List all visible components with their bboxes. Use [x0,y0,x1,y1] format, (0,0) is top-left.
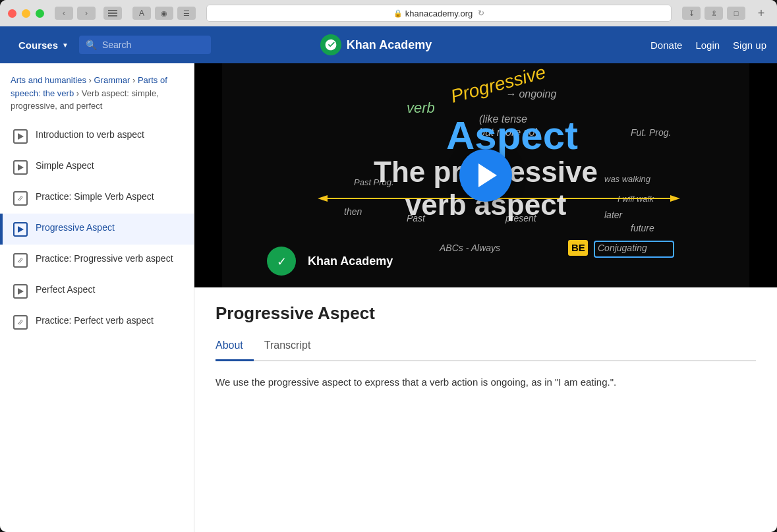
svg-text:Aspect: Aspect [446,113,578,158]
svg-marker-5 [18,226,24,233]
breadcrumb-separator: › [76,88,82,98]
fullscreen-button[interactable]: □ [727,7,745,20]
logo-text: Khan Academy [347,38,432,52]
donate-button[interactable]: Donate [650,40,682,51]
titlebar: ‹ › A ◉ ☰ 🔒 khanacademy.org ↻ ↧ ⇫ □ + [0,0,777,26]
content-title: Progressive Aspect [216,303,756,324]
content-tabs: About Transcript [216,334,756,361]
play-button[interactable] [459,149,512,202]
new-tab-button[interactable]: + [753,5,769,21]
pencil-icon [13,315,28,330]
courses-menu-button[interactable]: Courses ▼ [11,34,76,56]
svg-rect-2 [108,15,117,16]
sidebar-item-practice-progressive[interactable]: Practice: Progressive verb aspect [0,245,194,276]
svg-rect-1 [108,13,117,14]
svg-text:Conjugating: Conjugating [598,243,647,253]
extension-amazon-button[interactable]: A [132,7,151,20]
maximize-button[interactable] [36,9,44,18]
sidebar-toggle-button[interactable] [103,7,122,20]
search-icon: 🔍 [86,40,97,50]
header-nav: Donate Login Sign up [650,40,766,51]
svg-text:future: future [631,223,654,233]
breadcrumb-separator: › [132,75,138,85]
site-header: Courses ▼ 🔍 Khan Academy Donate Login Si… [0,26,777,63]
play-icon [13,222,28,237]
pencil-icon [13,253,28,268]
svg-text:✓: ✓ [277,255,287,268]
pencil-icon [13,191,28,206]
tab-about[interactable]: About [216,334,254,361]
url-text: khanacademy.org [405,9,473,18]
main-layout: Arts and humanities › Grammar › Parts of… [0,63,777,532]
svg-text:→ ongoing: → ongoing [505,88,556,100]
site-logo: Khan Academy [320,34,432,55]
sidebar-item-label-practice-progressive: Practice: Progressive verb aspect [36,252,173,266]
play-triangle-icon [478,163,497,187]
breadcrumb-link-arts[interactable]: Arts and humanities [11,75,86,85]
sidebar-item-label-intro: Introduction to verb aspect [36,129,144,142]
close-button[interactable] [8,9,16,18]
courses-label: Courses [18,40,58,51]
sidebar-item-perfect[interactable]: Perfect Aspect [0,276,194,307]
logo-icon [320,34,341,55]
content-info: Progressive Aspect About Transcript We u… [194,287,777,406]
back-button[interactable]: ‹ [55,7,73,20]
address-bar[interactable]: 🔒 khanacademy.org ↻ [206,5,672,22]
sidebar-item-intro[interactable]: Introduction to verb aspect [0,121,194,152]
mac-window: ‹ › A ◉ ☰ 🔒 khanacademy.org ↻ ↧ ⇫ □ + Co… [0,0,777,532]
extension-adblock-button[interactable]: ◉ [155,7,173,20]
forward-button[interactable]: › [77,7,96,20]
browser-content: Courses ▼ 🔍 Khan Academy Donate Login Si… [0,26,777,532]
video-player[interactable]: Progressive → ongoing (like tense but mo… [194,63,777,287]
svg-text:Khan Academy: Khan Academy [308,254,393,268]
extension-menu-button[interactable]: ☰ [177,7,196,20]
sidebar-item-label-progressive: Progressive Aspect [36,222,115,235]
sidebar-item-label-practice-simple: Practice: Simple Verb Aspect [36,191,154,204]
sidebar: Arts and humanities › Grammar › Parts of… [0,63,194,532]
refresh-icon[interactable]: ↻ [478,9,484,18]
sidebar-item-label-practice-perfect: Practice: Perfect verb aspect [36,314,154,328]
svg-text:Fut. Prog.: Fut. Prog. [631,127,671,138]
lock-icon: 🔒 [393,9,403,18]
sidebar-item-label-simple: Simple Aspect [36,160,94,173]
sidebar-item-simple[interactable]: Simple Aspect [0,152,194,183]
sidebar-items: Introduction to verb aspect Simple Aspec… [0,121,194,338]
svg-text:later: later [604,210,623,220]
content-area: Progressive → ongoing (like tense but mo… [194,63,777,532]
svg-marker-6 [18,288,24,295]
minimize-button[interactable] [22,9,30,18]
svg-marker-4 [18,164,24,171]
tab-transcript[interactable]: Transcript [254,334,322,361]
search-bar[interactable]: 🔍 [79,36,211,54]
login-button[interactable]: Login [695,40,720,51]
svg-text:was walking: was walking [604,174,651,184]
svg-rect-0 [108,10,117,11]
share-button[interactable]: ⇫ [705,7,723,20]
svg-marker-3 [18,133,24,140]
signup-button[interactable]: Sign up [733,40,766,51]
svg-text:ABCs - Always: ABCs - Always [439,243,500,253]
breadcrumb-link-grammar[interactable]: Grammar [94,75,130,85]
play-icon [13,129,28,144]
breadcrumb: Arts and humanities › Grammar › Parts of… [0,63,194,121]
sidebar-item-label-perfect: Perfect Aspect [36,283,95,297]
content-description: We use the progressive aspect to express… [216,374,756,390]
download-button[interactable]: ↧ [682,7,701,20]
chevron-down-icon: ▼ [62,42,69,49]
sidebar-item-practice-perfect[interactable]: Practice: Perfect verb aspect [0,307,194,338]
sidebar-item-progressive[interactable]: Progressive Aspect [0,214,194,245]
svg-text:then: then [344,206,362,217]
play-icon [13,160,28,175]
play-icon [13,284,28,299]
sidebar-item-practice-simple[interactable]: Practice: Simple Verb Aspect [0,183,194,214]
svg-text:verb: verb [407,100,435,116]
svg-text:BE: BE [571,242,585,253]
search-input[interactable] [102,40,188,50]
